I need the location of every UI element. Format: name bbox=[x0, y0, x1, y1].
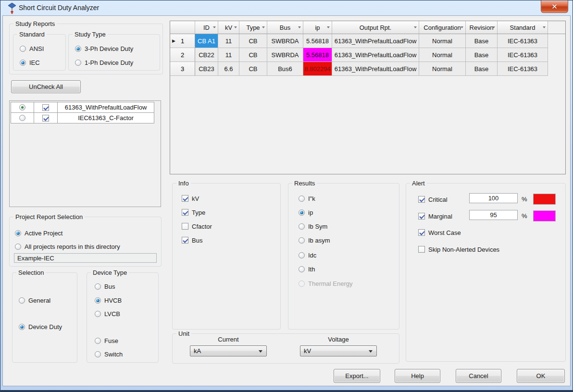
grid-row-1[interactable]: ▶1 CB A1 11 CB SWBRDA 5.56818 61363_With… bbox=[170, 34, 565, 48]
cell-revision[interactable]: Base bbox=[466, 62, 498, 76]
radio-3ph-device-duty[interactable]: 3-Ph Device Duty bbox=[75, 45, 133, 52]
grid-header-standard[interactable]: Standard bbox=[498, 21, 548, 34]
grid-row-3[interactable]: 3 CB23 6.6 CB Bus6 8.802294 61363_WithPr… bbox=[170, 62, 565, 76]
radio-ik[interactable]: I"k bbox=[299, 195, 315, 202]
grid-header-type[interactable]: Type bbox=[239, 21, 267, 34]
grid-header-bus[interactable]: Bus bbox=[267, 21, 303, 34]
radio-bus[interactable]: Bus bbox=[95, 282, 115, 290]
checkbox-marginal[interactable]: Marginal bbox=[418, 212, 452, 220]
cell-type[interactable]: CB bbox=[239, 34, 267, 48]
report-name-cell[interactable]: 61363_WithPrefaultLoadFlow bbox=[58, 102, 154, 113]
grid-header-id[interactable]: ID bbox=[195, 21, 218, 34]
radio-standard-ansi[interactable]: ANSI bbox=[20, 45, 44, 52]
radio-all-projects[interactable]: All projects reports in this directory bbox=[15, 243, 120, 250]
checkbox-worst-case[interactable]: Worst Case bbox=[418, 229, 461, 236]
cell-standard[interactable]: IEC-61363 bbox=[498, 34, 548, 48]
row-selector-cell[interactable]: ▶1 bbox=[170, 34, 195, 48]
row-selector-cell[interactable]: 2 bbox=[170, 48, 195, 62]
report-list-panel[interactable]: 61363_WithPrefaultLoadFlow IEC61363_C-Fa… bbox=[9, 100, 161, 207]
cell-standard[interactable]: IEC-61363 bbox=[498, 48, 548, 62]
cell-ip-critical-alert[interactable]: 8.802294 bbox=[303, 62, 332, 76]
sort-arrow-icon[interactable] bbox=[213, 26, 216, 30]
radio-hvcb[interactable]: HVCB bbox=[95, 296, 122, 304]
cell-kv[interactable]: 11 bbox=[218, 48, 239, 62]
sort-arrow-icon[interactable] bbox=[414, 26, 417, 30]
cell-configuration[interactable]: Normal bbox=[419, 62, 466, 76]
checkbox-cfactor[interactable]: Cfactor bbox=[182, 222, 212, 230]
grid-header-revision[interactable]: Revision bbox=[466, 21, 498, 34]
cell-id[interactable]: CB22 bbox=[195, 48, 218, 62]
radio-1ph-device-duty[interactable]: 1-Ph Device Duty bbox=[75, 59, 133, 66]
checkbox-bus[interactable]: Bus bbox=[182, 236, 202, 244]
results-data-grid[interactable]: ID kV Type Bus ip Output Rpt. Configurat… bbox=[170, 21, 566, 174]
cell-configuration[interactable]: Normal bbox=[419, 48, 466, 62]
report-radio-cell[interactable] bbox=[11, 113, 34, 123]
cell-type[interactable]: CB bbox=[239, 62, 267, 76]
cell-type[interactable]: CB bbox=[239, 48, 267, 62]
report-list-row[interactable]: 61363_WithPrefaultLoadFlow bbox=[11, 102, 154, 113]
ok-button[interactable]: OK bbox=[517, 369, 565, 383]
voltage-unit-dropdown[interactable]: kV bbox=[300, 345, 377, 356]
grid-header-kv[interactable]: kV bbox=[218, 21, 239, 34]
directory-field[interactable]: Example-IEC bbox=[14, 253, 157, 263]
radio-switch[interactable]: Switch bbox=[95, 350, 123, 358]
sort-arrow-icon[interactable] bbox=[234, 26, 237, 30]
cell-bus[interactable]: SWBRDA bbox=[267, 34, 303, 48]
radio-general[interactable]: General bbox=[19, 296, 50, 304]
cancel-button[interactable]: Cancel bbox=[456, 369, 501, 383]
cell-kv[interactable]: 11 bbox=[218, 34, 239, 48]
current-unit-dropdown[interactable]: kA bbox=[190, 345, 267, 356]
grid-header-configuration[interactable]: Configuration bbox=[419, 21, 466, 34]
cell-ip[interactable]: 5.56818 bbox=[303, 34, 332, 48]
sort-arrow-icon[interactable] bbox=[298, 26, 301, 30]
cell-output-rpt[interactable]: 61363_WithPrefaultLoadFlow bbox=[332, 34, 419, 48]
cell-id[interactable]: CB23 bbox=[195, 62, 218, 76]
cell-standard[interactable]: IEC-61363 bbox=[498, 62, 548, 76]
critical-percent-input[interactable]: 100 bbox=[469, 193, 518, 203]
report-check-cell[interactable] bbox=[34, 113, 58, 123]
marginal-percent-input[interactable]: 95 bbox=[469, 210, 518, 220]
report-radio-cell[interactable] bbox=[11, 102, 34, 113]
sort-arrow-icon[interactable] bbox=[262, 26, 265, 30]
title-bar[interactable]: Short Circuit Duty Analyzer ✕ bbox=[0, 0, 573, 15]
radio-lvcb[interactable]: LVCB bbox=[95, 310, 120, 318]
cell-output-rpt[interactable]: 61363_WithPrefaultLoadFlow bbox=[332, 48, 419, 62]
help-button[interactable]: Help bbox=[395, 369, 440, 383]
radio-ith[interactable]: Ith bbox=[299, 265, 315, 273]
cell-kv[interactable]: 6.6 bbox=[218, 62, 239, 76]
checkbox-critical[interactable]: Critical bbox=[418, 196, 448, 203]
radio-ip[interactable]: ip bbox=[299, 208, 313, 216]
cell-ip-marginal-alert[interactable]: 5.56818 bbox=[303, 48, 332, 62]
cell-bus[interactable]: Bus6 bbox=[267, 62, 303, 76]
cell-id[interactable]: CB A1 bbox=[195, 34, 218, 48]
cell-revision[interactable]: Base bbox=[466, 48, 498, 62]
radio-ib-asym[interactable]: Ib asym bbox=[299, 236, 330, 244]
report-name-cell[interactable]: IEC61363_C-Factor bbox=[58, 113, 154, 123]
radio-active-project[interactable]: Active Project bbox=[15, 229, 62, 237]
report-check-cell[interactable] bbox=[34, 102, 58, 113]
radio-fuse[interactable]: Fuse bbox=[95, 337, 118, 344]
radio-ib-sym[interactable]: Ib Sym bbox=[299, 222, 327, 230]
row-selector-cell[interactable]: 3 bbox=[170, 62, 195, 76]
grid-header-ip[interactable]: ip bbox=[303, 21, 332, 34]
report-list-row[interactable]: IEC61363_C-Factor bbox=[11, 113, 154, 123]
cell-output-rpt[interactable]: 61363_WithPrefaultLoadFlow bbox=[332, 62, 419, 76]
checkbox-skip-non-alerted[interactable]: Skip Non-Alerted Devices bbox=[418, 245, 499, 253]
export-button[interactable]: Export... bbox=[334, 369, 380, 383]
grid-row-2[interactable]: 2 CB22 11 CB SWBRDA 5.56818 61363_WithPr… bbox=[170, 48, 565, 62]
sort-arrow-icon[interactable] bbox=[492, 26, 495, 30]
sort-arrow-icon[interactable] bbox=[327, 26, 330, 30]
radio-standard-iec[interactable]: IEC bbox=[20, 59, 40, 66]
sort-arrow-icon[interactable] bbox=[543, 26, 546, 30]
checkbox-type[interactable]: Type bbox=[182, 208, 205, 216]
uncheck-all-button[interactable]: UnCheck All bbox=[11, 80, 81, 93]
cell-revision[interactable]: Base bbox=[466, 34, 498, 48]
checkbox-kv[interactable]: kV bbox=[182, 195, 199, 202]
close-button[interactable]: ✕ bbox=[541, 0, 568, 13]
grid-header-output-rpt[interactable]: Output Rpt. bbox=[332, 21, 419, 34]
radio-device-duty[interactable]: Device Duty bbox=[19, 323, 62, 331]
radio-idc[interactable]: Idc bbox=[299, 251, 316, 259]
sort-arrow-icon[interactable] bbox=[461, 26, 463, 30]
cell-bus[interactable]: SWBRDA bbox=[267, 48, 303, 62]
cell-configuration[interactable]: Normal bbox=[419, 34, 466, 48]
